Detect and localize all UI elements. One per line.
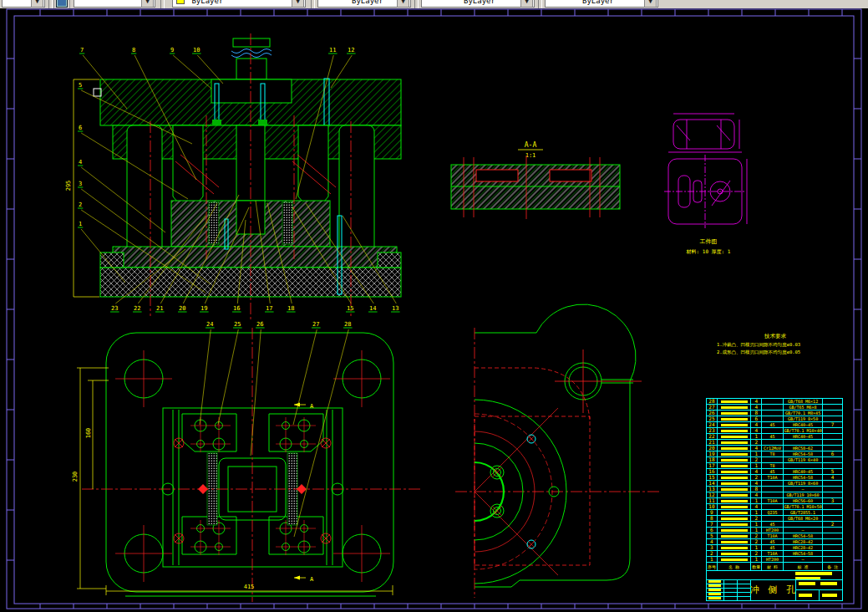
part-name-block: [721, 441, 748, 444]
bom-cell: 13: [707, 487, 718, 492]
linetype-combo[interactable]: ByLayer ▼: [317, 0, 411, 8]
bom-cell: [784, 463, 823, 468]
part-name-block: [721, 453, 748, 456]
bom-row-2: 22T10AHRC54~58: [707, 551, 842, 557]
bom-cell: 45: [762, 545, 784, 550]
shank-body: [236, 59, 266, 79]
bom-cell: GB/T2855.1: [784, 510, 823, 515]
bom-cell: GB/T70.1 M8×45: [784, 411, 823, 416]
bom-cell: 27: [707, 405, 718, 410]
bom-cell: 45: [762, 539, 784, 544]
callout-25: 25: [234, 321, 241, 328]
bom-header-qty: 数量: [751, 563, 762, 570]
chevron-down-icon[interactable]: ▼: [644, 0, 657, 8]
punch-right: [298, 125, 328, 207]
bom-part-name-block: [718, 522, 752, 527]
bom-cell: 4: [751, 492, 762, 497]
bom-cell: 3: [707, 545, 718, 550]
bom-cell: 2: [751, 539, 762, 544]
toolbar-separator: [414, 0, 419, 8]
shank-break-line: [231, 54, 272, 58]
callout-5: 5: [79, 82, 82, 89]
guide-pillar-right: [339, 125, 374, 266]
bom-part-name-block: [718, 545, 752, 550]
info-block: [820, 582, 837, 585]
bom-table: 284GB/T68 M6×12274GB/T65 M6×8268GB/T70.1…: [706, 398, 843, 601]
bom-cell: HRC28~42: [784, 539, 823, 544]
bom-part-name-block: [718, 475, 752, 480]
callout-9: 9: [170, 47, 174, 54]
bom-cell: 8: [707, 516, 718, 521]
bom-part-name-block: [718, 411, 752, 416]
bom-cell: 6: [707, 528, 718, 533]
bom-cell: 7: [707, 522, 718, 527]
signature-block: [708, 593, 721, 595]
layer-combo[interactable]: ▼: [74, 0, 155, 8]
chevron-down-icon[interactable]: ▼: [397, 0, 409, 8]
bom-cell: 8: [751, 411, 762, 416]
info-block: [799, 594, 812, 597]
bom-cell: [823, 551, 842, 556]
bom-cell: [762, 487, 784, 492]
part-name-block: [721, 547, 748, 549]
bom-cell: 2: [751, 516, 762, 521]
bom-cell: 4: [751, 504, 762, 509]
workpiece-top-view: [673, 120, 734, 149]
plotstyle-combo[interactable]: ByLayer ▼: [545, 0, 658, 8]
callout-4: 4: [79, 159, 82, 166]
chevron-down-icon[interactable]: ▼: [520, 0, 533, 8]
bom-cell: T10A: [762, 475, 784, 480]
chevron-down-icon[interactable]: ▼: [31, 0, 43, 8]
bom-part-name-block: [718, 457, 752, 462]
bom-cell: [784, 522, 823, 527]
signature-block: [708, 597, 721, 599]
layers-button[interactable]: [53, 0, 70, 8]
chevron-down-icon[interactable]: ▼: [141, 0, 154, 8]
bom-part-name-block: [718, 498, 752, 503]
bom-part-name-block: [718, 399, 752, 404]
info-block: [795, 572, 832, 575]
bom-cell: [784, 440, 823, 445]
bom-cell: T10A: [762, 498, 784, 503]
bom-header-note: 备 注: [823, 563, 842, 570]
workpiece-views: [664, 114, 747, 228]
bom-row-16: 16445HRC40~455: [707, 469, 842, 475]
bom-cell: 2: [751, 440, 762, 445]
divider: [737, 579, 738, 600]
lineweight-combo[interactable]: ByLayer ▼: [421, 0, 535, 8]
bom-cell: [823, 557, 842, 562]
part-name-block: [721, 436, 748, 438]
bom-row-15: 152T10AHRC54~584: [707, 475, 842, 481]
part-name-block: [721, 529, 748, 532]
bom-header-no: 序号: [707, 563, 718, 570]
part-name-block: [721, 471, 748, 473]
bom-row-18: 182GB/T119 6×40: [707, 457, 842, 463]
bom-cell: HRC54~58: [784, 475, 823, 480]
chevron-down-icon[interactable]: ▼: [292, 0, 304, 8]
dim-415: 415: [244, 584, 255, 590]
color-combo[interactable]: ByLayer ▼: [172, 0, 306, 8]
bom-cell: HRC40~45: [784, 434, 823, 439]
bom-row-14: 144GB/T119 8×60: [707, 481, 842, 487]
bom-cell: 45: [762, 434, 784, 439]
callout-26: 26: [256, 321, 263, 328]
color-swatch-icon: [176, 0, 185, 4]
bom-part-name-block: [718, 504, 752, 509]
drawing-title: 冲 侧 孔: [750, 580, 795, 600]
bom-cell: 1: [751, 510, 762, 515]
bom-cell: 2: [751, 457, 762, 462]
bom-row-20: 204Cr12MoVHRC58~62: [707, 446, 842, 451]
bom-cell: 6: [751, 416, 762, 421]
bom-cell: 14: [707, 481, 718, 486]
bom-cell: 23: [707, 428, 718, 433]
callout-21: 21: [156, 305, 163, 312]
bom-cell: 15: [707, 475, 718, 480]
main-section-view: 295: [65, 33, 401, 321]
view-combo[interactable]: ▼: [2, 0, 45, 8]
bom-rows: 284GB/T68 M6×12274GB/T65 M6×8268GB/T70.1…: [707, 399, 842, 563]
part-name-block: [721, 512, 748, 514]
cad-canvas[interactable]: 295 A-A 1:1 工件图 材料: 10 厚度: 1 技术要求 1.冲裁凸: [0, 8, 868, 612]
bom-cell: 1: [751, 451, 762, 456]
bom-cell: 21: [707, 440, 718, 445]
callout-14: 14: [369, 305, 376, 312]
